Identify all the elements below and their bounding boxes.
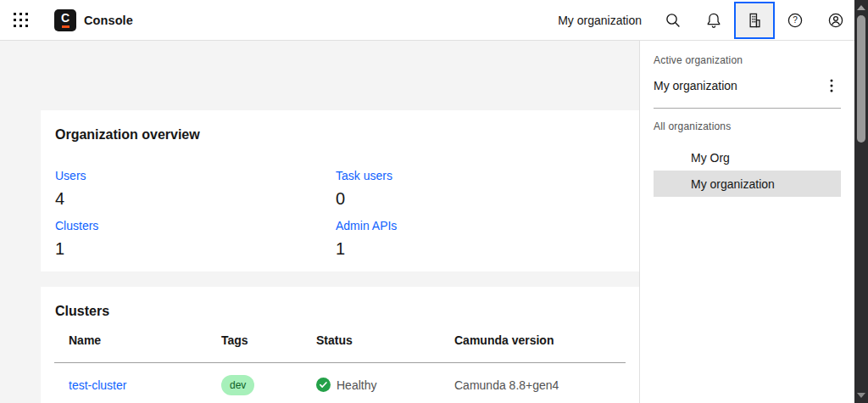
clusters-count: 1 [55,239,336,259]
healthy-check-icon [316,378,331,392]
vertical-scrollbar[interactable] [854,0,868,403]
organization-overview-card: Organization overview Users 4 Clusters 1… [41,110,639,271]
app-switcher-button[interactable] [0,0,41,40]
stat-task-users: Task users 0 Admin APIs 1 [336,168,626,268]
organization-management-button[interactable] [734,2,775,39]
organization-item-name: My organization [691,177,775,191]
admin-apis-count: 1 [336,239,626,259]
organization-list-item-selected[interactable]: My organization [654,171,841,197]
search-button[interactable] [653,0,693,40]
svg-text:?: ? [793,15,798,25]
panel-divider [654,108,841,109]
clusters-table-header: Name Tags Status Camunda version [54,333,626,363]
overview-card-title: Organization overview [55,127,626,143]
admin-apis-link[interactable]: Admin APIs [336,219,397,232]
active-organization-row: My organization [654,76,841,95]
users-count: 4 [55,189,336,209]
overview-stats-grid: Users 4 Clusters 1 Task users 0 Admin AP… [55,168,626,268]
cluster-status-cell: Healthy [302,378,440,392]
organization-list-item[interactable]: My Org [654,144,841,171]
organization-panel: Active organization My organization All … [639,41,854,403]
help-icon: ? [786,11,804,30]
active-organization-label: Active organization [654,54,841,66]
search-icon [665,12,682,29]
camunda-logo[interactable]: C [54,9,76,31]
cluster-version-text: Camunda 8.8+gen4 [440,378,626,392]
organization-item-name: My Org [691,151,730,165]
users-link[interactable]: Users [55,169,86,182]
product-name: Console [84,14,133,27]
all-organizations-label: All organizations [654,120,841,132]
stat-users: Users 4 Clusters 1 [55,168,336,268]
nav-right-group: My organization [558,0,868,40]
profile-button[interactable] [815,0,856,40]
user-avatar-icon [826,11,845,30]
camunda-logo-letter: C [61,13,70,24]
app-switcher-icon [14,13,28,27]
task-users-link[interactable]: Task users [336,169,392,182]
active-organization-name: My organization [654,79,737,92]
notifications-button[interactable] [693,0,734,40]
bell-icon [704,11,723,30]
enterprise-building-icon [745,11,764,30]
camunda-logo-underline [62,25,70,28]
clusters-card-title: Clusters [55,304,626,319]
help-button[interactable]: ? [775,0,815,40]
column-header-tags: Tags [207,333,302,347]
clusters-link[interactable]: Clusters [55,219,98,232]
console-app: C Console My organization [0,0,868,403]
top-nav: C Console My organization [0,0,868,41]
cluster-status-text: Healthy [337,378,376,392]
organization-list: My Org My organization [654,144,841,197]
column-header-status: Status [302,333,440,347]
clusters-card: Clusters Name Tags Status Camunda versio… [41,287,639,403]
nav-organization-name: My organization [558,14,642,27]
column-header-name: Name [54,333,207,347]
clusters-table: Name Tags Status Camunda version test-cl… [54,333,626,403]
scroll-up-arrow-icon[interactable] [857,5,865,10]
cluster-table-row[interactable]: test-cluster dev Healthy Camunda 8.8+gen… [54,363,626,403]
scrollbar-thumb[interactable] [857,15,865,143]
organization-overflow-menu-button[interactable] [822,76,841,95]
scroll-down-arrow-icon[interactable] [857,393,865,398]
cluster-name-link[interactable]: test-cluster [69,378,126,392]
task-users-count: 0 [336,189,626,209]
cluster-tag-badge: dev [221,375,254,395]
kebab-vertical-icon [830,79,833,92]
column-header-version: Camunda version [440,333,626,347]
